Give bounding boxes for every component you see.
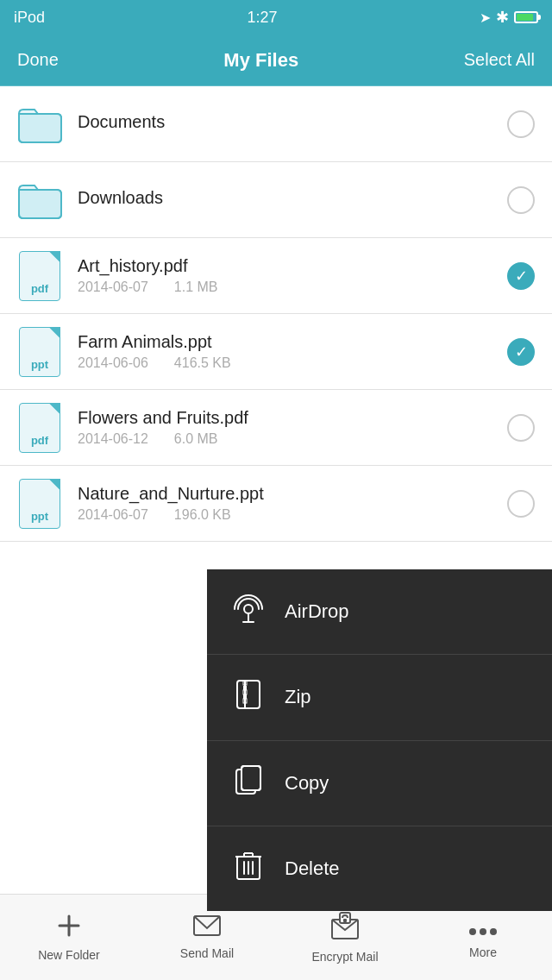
zip-icon: [233, 679, 264, 716]
file-info: Documents: [78, 112, 499, 135]
airdrop-icon: [233, 594, 264, 630]
file-info: Farm Animals.ppt 2014-06-06 416.5 KB: [78, 332, 499, 371]
file-name: Art_history.pdf: [78, 256, 499, 276]
ppt-icon: ppt: [17, 478, 62, 530]
file-meta: 2014-06-12 6.0 MB: [78, 431, 499, 447]
airdrop-label: AirDrop: [285, 600, 349, 623]
svg-rect-6: [243, 694, 247, 699]
list-item[interactable]: ppt Nature_and_Nurture.ppt 2014-06-07 19…: [0, 466, 552, 542]
file-meta: 2014-06-07 1.1 MB: [78, 280, 499, 295]
context-menu-overlay: AirDrop Zip: [0, 569, 552, 911]
tab-item-send-mail[interactable]: Send Mail: [138, 908, 276, 967]
svg-rect-11: [242, 766, 260, 790]
file-meta: 2014-06-06 416.5 KB: [78, 355, 499, 371]
done-button[interactable]: Done: [17, 50, 59, 70]
send-mail-label: Send Mail: [180, 946, 234, 960]
file-size: 1.1 MB: [174, 280, 218, 295]
file-size: 196.0 KB: [174, 507, 231, 523]
status-icons: ➤ ✱: [480, 8, 538, 27]
file-checkbox[interactable]: [507, 110, 535, 138]
file-name: Downloads: [78, 188, 499, 208]
file-name: Farm Animals.ppt: [78, 332, 499, 352]
battery-icon: [514, 11, 538, 23]
file-checkbox[interactable]: [507, 414, 535, 442]
context-menu-item-zip[interactable]: Zip: [207, 655, 552, 740]
checkmark-icon: ✓: [515, 268, 528, 284]
copy-icon: [233, 764, 264, 801]
file-size: 6.0 MB: [174, 431, 218, 447]
more-icon: [468, 916, 498, 940]
list-item[interactable]: ppt Farm Animals.ppt 2014-06-06 416.5 KB…: [0, 314, 552, 390]
svg-rect-3: [237, 681, 260, 708]
tab-item-encrypt-mail[interactable]: Encrypt Mail: [276, 904, 414, 971]
bluetooth-icon: ✱: [496, 8, 509, 27]
folder-icon: [17, 98, 62, 150]
svg-point-28: [480, 928, 486, 935]
file-checkbox[interactable]: ✓: [507, 262, 535, 290]
file-date: 2014-06-06: [78, 355, 148, 371]
file-info: Downloads: [78, 188, 499, 211]
file-size: 416.5 KB: [174, 355, 231, 371]
file-checkbox[interactable]: ✓: [507, 338, 535, 366]
zip-label: Zip: [285, 686, 311, 708]
list-item[interactable]: Downloads: [0, 162, 552, 238]
list-item[interactable]: Documents: [0, 86, 552, 162]
file-meta: 2014-06-07 196.0 KB: [78, 507, 499, 523]
delete-icon: [233, 850, 264, 887]
status-bar: iPod 1:27 ➤ ✱: [0, 0, 552, 35]
svg-rect-26: [343, 919, 347, 922]
encrypt-mail-label: Encrypt Mail: [311, 950, 378, 964]
context-menu: AirDrop Zip: [207, 569, 552, 911]
file-checkbox[interactable]: [507, 490, 535, 518]
time-display: 1:27: [247, 9, 277, 27]
file-name: Nature_and_Nurture.ppt: [78, 484, 499, 504]
file-list: Documents Downloads pdf Art_history: [0, 86, 552, 542]
device-name: iPod: [14, 9, 45, 27]
file-name: Documents: [78, 112, 499, 132]
more-label: More: [469, 945, 497, 959]
encrypt-mail-icon: [330, 911, 360, 945]
plus-icon: [56, 913, 82, 943]
context-menu-item-delete[interactable]: Delete: [207, 826, 552, 911]
pdf-icon: pdf: [17, 402, 62, 454]
pdf-icon: pdf: [17, 250, 62, 302]
file-info: Flowers and Fruits.pdf 2014-06-12 6.0 MB: [78, 408, 499, 447]
ppt-icon: ppt: [17, 326, 62, 378]
folder-icon: [17, 174, 62, 226]
file-date: 2014-06-12: [78, 431, 148, 447]
delete-label: Delete: [285, 858, 340, 880]
mail-icon: [192, 914, 222, 941]
list-item[interactable]: pdf Art_history.pdf 2014-06-07 1.1 MB ✓: [0, 238, 552, 314]
navigation-bar: Done My Files Select All: [0, 35, 552, 86]
checkmark-icon: ✓: [515, 344, 528, 360]
new-folder-label: New Folder: [38, 948, 100, 962]
file-info: Nature_and_Nurture.ppt 2014-06-07 196.0 …: [78, 484, 499, 523]
svg-point-29: [490, 928, 497, 935]
svg-rect-5: [243, 686, 247, 690]
list-item[interactable]: pdf Flowers and Fruits.pdf 2014-06-12 6.…: [0, 390, 552, 466]
file-name: Flowers and Fruits.pdf: [78, 408, 499, 428]
file-info: Art_history.pdf 2014-06-07 1.1 MB: [78, 256, 499, 295]
svg-point-0: [244, 605, 253, 613]
file-checkbox[interactable]: [507, 186, 535, 214]
file-date: 2014-06-07: [78, 280, 148, 295]
context-menu-item-copy[interactable]: Copy: [207, 741, 552, 826]
context-menu-item-airdrop[interactable]: AirDrop: [207, 569, 552, 655]
file-date: 2014-06-07: [78, 507, 148, 523]
tab-item-new-folder[interactable]: New Folder: [0, 906, 138, 969]
tab-item-more[interactable]: More: [414, 909, 552, 966]
copy-label: Copy: [285, 772, 329, 795]
select-all-button[interactable]: Select All: [464, 50, 535, 70]
location-arrow-icon: ➤: [480, 9, 491, 26]
page-title: My Files: [223, 49, 298, 72]
svg-point-27: [469, 928, 476, 935]
